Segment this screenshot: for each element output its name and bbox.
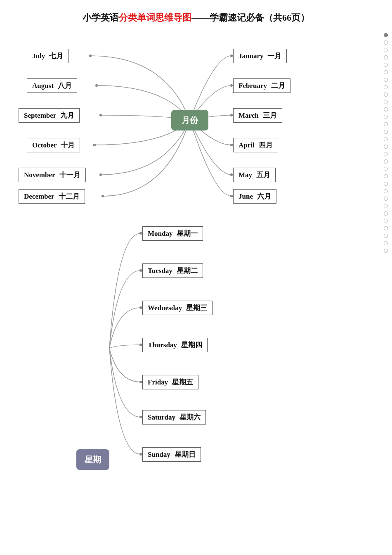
- side-dot[interactable]: [384, 92, 388, 97]
- weekdays-center-node: 星期: [76, 449, 109, 470]
- svg-point-18: [230, 55, 233, 57]
- svg-point-13: [95, 84, 98, 87]
- svg-point-30: [139, 453, 142, 455]
- side-dot[interactable]: [384, 33, 388, 37]
- weekday-sunday: Sunday星期日: [142, 447, 201, 462]
- svg-point-1: [95, 84, 98, 87]
- title-part3: 思维导图: [155, 12, 191, 23]
- svg-point-33: [139, 306, 142, 309]
- side-dot[interactable]: [384, 55, 388, 59]
- side-dot[interactable]: [384, 152, 388, 156]
- side-dot[interactable]: [384, 189, 388, 193]
- side-dot[interactable]: [384, 226, 388, 230]
- svg-point-22: [230, 173, 233, 176]
- month-september: September九月: [19, 108, 80, 123]
- svg-point-34: [139, 344, 142, 346]
- mind-map-container: 月份 July七月 August八月 September九月 October十月…: [10, 32, 382, 491]
- months-section: 月份 July七月 August八月 September九月 October十月…: [10, 32, 382, 210]
- side-dot[interactable]: [384, 159, 388, 164]
- month-may: May五月: [233, 168, 276, 182]
- svg-point-27: [139, 344, 142, 346]
- title-part4: ——学霸速记必备（共66页）: [191, 12, 309, 23]
- month-february: February二月: [233, 78, 290, 93]
- side-dot[interactable]: [384, 107, 388, 111]
- side-dot[interactable]: [384, 234, 388, 238]
- side-dot[interactable]: [384, 130, 388, 134]
- month-january: January一月: [233, 49, 287, 63]
- month-december: December十二月: [19, 189, 85, 204]
- weekday-friday: Friday星期五: [142, 375, 198, 389]
- svg-point-24: [139, 232, 142, 235]
- svg-point-0: [89, 55, 92, 57]
- side-dot[interactable]: [384, 145, 388, 149]
- side-dot[interactable]: [384, 182, 388, 186]
- weekday-wednesday: Wednesday星期三: [142, 301, 213, 315]
- month-july: July七月: [27, 49, 68, 63]
- svg-point-11: [230, 195, 233, 197]
- svg-point-25: [139, 269, 142, 272]
- month-november: November十一月: [19, 168, 86, 182]
- svg-point-35: [139, 381, 142, 383]
- svg-point-10: [230, 173, 233, 176]
- side-dot[interactable]: [384, 63, 388, 67]
- svg-point-20: [230, 114, 233, 116]
- side-dot[interactable]: [384, 204, 388, 208]
- side-dot[interactable]: [384, 249, 388, 253]
- weekday-thursday: Thursday星期四: [142, 338, 208, 352]
- side-dot[interactable]: [384, 211, 388, 216]
- svg-point-29: [139, 416, 142, 418]
- svg-point-37: [139, 453, 142, 455]
- side-dot[interactable]: [384, 122, 388, 126]
- side-dot[interactable]: [384, 197, 388, 201]
- side-dot[interactable]: [384, 167, 388, 171]
- side-dot[interactable]: [384, 219, 388, 223]
- svg-point-32: [139, 269, 142, 272]
- weekday-saturday: Saturday星期六: [142, 410, 206, 425]
- month-october: October十月: [27, 138, 80, 152]
- title-part2: 分类单词: [119, 12, 155, 23]
- weekdays-section: 星期 Monday星期一 Tuesday星期二 Wednesday星期三 Thu…: [10, 218, 382, 491]
- svg-point-9: [230, 144, 233, 146]
- svg-point-14: [99, 114, 102, 116]
- svg-point-5: [102, 195, 104, 197]
- side-dot[interactable]: [384, 40, 388, 45]
- weekday-tuesday: Tuesday星期二: [142, 263, 203, 278]
- svg-point-6: [230, 55, 233, 57]
- month-april: April四月: [233, 138, 278, 152]
- side-dot[interactable]: [384, 78, 388, 82]
- weekday-monday: Monday星期一: [142, 226, 203, 241]
- title-part1: 小学英语: [83, 12, 119, 23]
- side-dot[interactable]: [384, 85, 388, 89]
- svg-point-8: [230, 114, 233, 116]
- svg-point-7: [230, 84, 233, 87]
- svg-point-12: [89, 55, 92, 57]
- svg-point-36: [139, 416, 142, 418]
- svg-point-2: [99, 114, 102, 116]
- svg-point-3: [93, 144, 96, 146]
- svg-point-17: [102, 195, 104, 197]
- side-dot[interactable]: [384, 48, 388, 52]
- page-title: 小学英语分类单词思维导图——学霸速记必备（共66页）: [0, 0, 392, 28]
- months-center-node: 月份: [171, 110, 208, 130]
- svg-point-19: [230, 84, 233, 87]
- side-dot[interactable]: [384, 100, 388, 104]
- svg-point-4: [99, 173, 102, 176]
- side-navigation: [384, 33, 388, 253]
- month-march: March三月: [233, 108, 282, 123]
- side-dot[interactable]: [384, 115, 388, 119]
- side-dot[interactable]: [384, 70, 388, 74]
- svg-point-26: [139, 306, 142, 309]
- side-dot[interactable]: [384, 241, 388, 245]
- svg-point-23: [230, 195, 233, 197]
- month-august: August八月: [27, 78, 77, 93]
- svg-point-31: [139, 232, 142, 235]
- svg-point-16: [99, 173, 102, 176]
- svg-point-28: [139, 381, 142, 383]
- month-june: June六月: [233, 189, 276, 204]
- svg-point-15: [93, 144, 96, 146]
- side-dot[interactable]: [384, 174, 388, 178]
- svg-point-21: [230, 144, 233, 146]
- side-dot[interactable]: [384, 137, 388, 141]
